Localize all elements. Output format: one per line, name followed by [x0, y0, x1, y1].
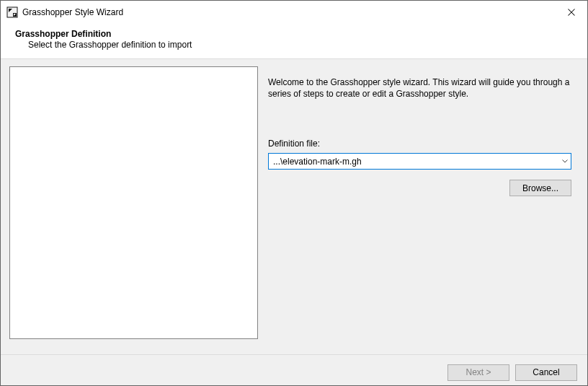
wizard-header: Grasshopper Definition Select the Grassh…: [1, 23, 587, 59]
close-icon: [568, 9, 575, 16]
titlebar: Grasshopper Style Wizard: [1, 1, 587, 23]
cancel-button[interactable]: Cancel: [515, 364, 577, 381]
close-button[interactable]: [555, 1, 587, 23]
page-title: Grasshopper Definition: [15, 29, 580, 39]
chevron-down-icon: [562, 159, 568, 163]
app-icon: [6, 6, 18, 18]
next-button: Next >: [447, 364, 509, 381]
definition-file-label: Definition file:: [268, 139, 571, 149]
wizard-footer: Next > Cancel: [1, 355, 587, 386]
window-title: Grasshopper Style Wizard: [22, 7, 555, 17]
combobox-dropdown-button[interactable]: [558, 154, 571, 169]
definition-file-combobox[interactable]: [268, 153, 571, 170]
browse-button[interactable]: Browse...: [509, 180, 571, 196]
intro-text: Welcome to the Grasshopper style wizard.…: [268, 76, 571, 100]
form-panel: Welcome to the Grasshopper style wizard.…: [268, 66, 579, 347]
page-subtitle: Select the Grasshopper definition to imp…: [15, 40, 580, 50]
definition-file-input[interactable]: [269, 154, 558, 169]
content-area: Welcome to the Grasshopper style wizard.…: [1, 59, 587, 355]
preview-panel: [9, 66, 258, 339]
